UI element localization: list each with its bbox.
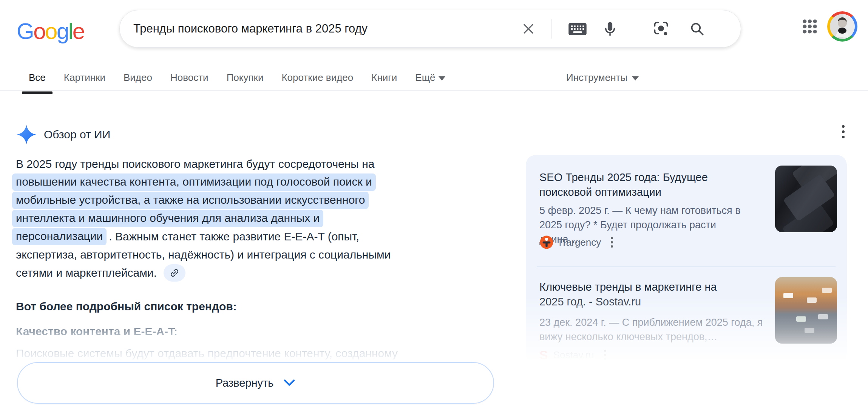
source-card-thumbnail[interactable]	[775, 166, 837, 232]
source-card-snippet: 23 дек. 2024 г. — С приближением 2025 го…	[539, 315, 768, 344]
ai-text-line: интеллекта и машинного обучения для анал…	[16, 209, 391, 228]
chevron-down-icon	[439, 76, 445, 81]
link-icon	[169, 268, 180, 278]
ai-faded-text: Поисковые системы будут отдавать предпоч…	[16, 347, 398, 360]
chevron-down-icon	[632, 76, 639, 81]
ai-overview-title: Обзор от ИИ	[44, 128, 110, 141]
ai-overview-text: В 2025 году тренды поискового маркетинга…	[16, 155, 391, 282]
ai-highlighted-segment[interactable]: повышении качества контента, оптимизации…	[12, 173, 376, 191]
sostav-favicon: S	[539, 348, 548, 361]
tab-label: Ещё	[415, 72, 435, 84]
ai-list-intro: Вот более подробный список трендов:	[16, 300, 237, 313]
tab-news[interactable]: Новости	[170, 72, 209, 85]
tab-label: Видео	[124, 72, 152, 84]
account-avatar[interactable]	[827, 11, 857, 42]
search-bar-divider	[551, 19, 552, 39]
source-menu-icon[interactable]	[604, 350, 606, 360]
logo-letter: o	[33, 19, 45, 44]
card-divider	[537, 266, 836, 267]
source-menu-icon[interactable]	[611, 237, 613, 248]
tab-videos[interactable]: Видео	[124, 72, 152, 85]
source-name: Sostav.ru	[553, 349, 594, 361]
expand-button-label: Развернуть	[216, 377, 274, 389]
ai-text-line: В 2025 году тренды поискового маркетинга…	[16, 155, 391, 173]
source-name: iTargency	[559, 237, 601, 248]
ai-overview-header: Обзор от ИИ	[17, 125, 110, 144]
apps-grid-icon[interactable]	[799, 16, 820, 37]
ai-text-line: экспертиза, авторитетность, надёжность) …	[16, 246, 391, 264]
tabs-divider	[0, 90, 868, 91]
tab-all[interactable]: Все	[29, 72, 46, 85]
logo-letter: l	[68, 19, 73, 44]
ai-text-line: повышении качества контента, оптимизации…	[16, 173, 391, 191]
logo-letter: g	[57, 19, 68, 44]
itargency-favicon	[539, 235, 554, 249]
search-icon[interactable]	[689, 21, 705, 37]
google-logo[interactable]: Google	[17, 18, 84, 44]
source-card-attribution[interactable]: iTargency	[539, 235, 613, 249]
logo-letter: e	[73, 19, 84, 44]
tab-label: Все	[29, 72, 46, 84]
source-card-thumbnail[interactable]	[775, 277, 837, 344]
source-link-chip[interactable]	[164, 264, 185, 282]
source-card-title[interactable]: SEO Тренды 2025 года: Будущее поисковой …	[539, 170, 743, 200]
tab-label: Покупки	[227, 72, 264, 84]
ai-text-line: мобильные устройства, а также на использ…	[16, 191, 391, 209]
tools-button[interactable]: Инструменты	[566, 72, 639, 84]
tab-label: Новости	[170, 72, 209, 84]
tab-label: Короткие видео	[281, 72, 353, 84]
ai-highlighted-segment[interactable]: интеллекта и машинного обучения для анал…	[12, 210, 323, 227]
keyboard-icon[interactable]	[568, 22, 587, 36]
ai-text-line: персонализации. Важным станет также разв…	[16, 228, 391, 246]
source-card-attribution[interactable]: S Sostav.ru	[539, 348, 606, 361]
ai-text-segment: экспертиза, авторитетность, надёжность) …	[16, 248, 391, 261]
ai-text-line: сетями и маркетплейсами.	[16, 264, 391, 282]
source-card-title[interactable]: Ключевые тренды в маркетинге на 2025 год…	[539, 280, 743, 309]
ai-text-segment: В 2025 году тренды поискового маркетинга…	[16, 158, 374, 170]
clear-icon[interactable]	[521, 22, 536, 36]
sources-panel: SEO Тренды 2025 года: Будущее поисковой …	[526, 155, 847, 364]
ai-highlighted-segment[interactable]: мобильные устройства, а также на использ…	[12, 192, 369, 209]
tab-shopping[interactable]: Покупки	[227, 72, 264, 85]
tab-label: Книги	[371, 72, 397, 84]
tab-books[interactable]: Книги	[371, 72, 397, 85]
ai-faded-heading: Качество контента и E-E-A-T:	[16, 325, 178, 338]
tab-label: Картинки	[64, 72, 105, 84]
ai-highlighted-segment[interactable]: персонализации	[12, 228, 107, 245]
tab-images[interactable]: Картинки	[64, 72, 105, 85]
result-tabs: Все Картинки Видео Новости Покупки Корот…	[29, 72, 445, 85]
ai-text-segment: . Важным станет также развитие E-E-A-T (…	[109, 230, 359, 243]
tools-label: Инструменты	[566, 72, 627, 84]
gemini-sparkle-icon	[17, 125, 36, 144]
lens-icon[interactable]	[653, 20, 669, 37]
expand-button[interactable]: Развернуть	[17, 362, 494, 404]
ai-overview-menu-icon[interactable]	[836, 123, 851, 140]
search-input[interactable]: Тренды поискового маркетинга в 2025 году	[133, 22, 521, 36]
chevron-down-icon	[283, 379, 295, 387]
tab-short-videos[interactable]: Короткие видео	[281, 72, 353, 85]
microphone-icon[interactable]	[602, 21, 618, 37]
logo-letter: o	[45, 19, 57, 44]
search-bar[interactable]: Тренды поискового маркетинга в 2025 году	[119, 10, 741, 48]
ai-text-segment: сетями и маркетплейсами.	[16, 266, 157, 279]
tab-more[interactable]: Ещё	[415, 72, 445, 85]
logo-letter: G	[17, 19, 33, 44]
